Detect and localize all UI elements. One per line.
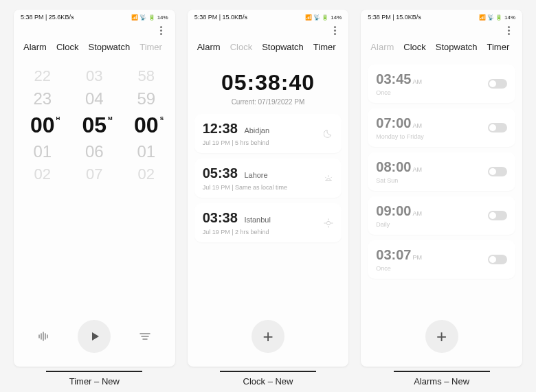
tab-bar: Alarm Clock Stopwatch Timer	[361, 38, 522, 59]
tab-stopwatch[interactable]: Stopwatch	[88, 42, 130, 52]
status-bar: 5:38 PM | 15.0KB/s 📶 📡 🔋 14%	[361, 10, 522, 25]
alarm-toggle[interactable]	[488, 211, 507, 220]
overflow-menu[interactable]	[504, 26, 513, 35]
status-icons: 📶 📡 🔋 14%	[305, 14, 342, 21]
minutes-wheel[interactable]: 03 04 05M 06 07	[70, 67, 118, 310]
status-bar: 5:38 PM | 15.0KB/s 📶 📡 🔋 14%	[188, 10, 349, 25]
overflow-menu[interactable]	[157, 26, 166, 35]
status-time: 5:38 PM | 15.0KB/s	[368, 14, 421, 21]
add-alarm-button[interactable]: +	[425, 320, 458, 353]
svg-marker-5	[92, 332, 99, 341]
current-time: 05:38:40 Current: 07/19/2022 PM	[188, 59, 349, 108]
caption-timer: Timer – New	[46, 371, 142, 387]
city-row[interactable]: 05:38 Lahore Jul 19 PM | Same as local t…	[194, 159, 342, 198]
status-time: 5:38 PM | 15.0KB/s	[194, 14, 247, 21]
caption-alarm: Alarms – New	[394, 371, 490, 387]
alarm-list: 03:45AMOnce 07:00AMMonday to Friday 08:0…	[361, 59, 522, 320]
moon-icon	[324, 129, 333, 139]
tab-timer[interactable]: Timer	[487, 42, 510, 52]
alarm-row[interactable]: 03:45AMOnce	[368, 65, 515, 103]
alarm-row[interactable]: 08:00AMSat Sun	[368, 152, 515, 191]
sound-button[interactable]	[31, 323, 57, 349]
tab-alarm[interactable]: Alarm	[197, 42, 221, 52]
tab-clock[interactable]: Clock	[230, 42, 253, 52]
sun-icon	[324, 218, 333, 228]
sunset-icon	[324, 174, 333, 183]
status-icons: 📶 📡 🔋 14%	[479, 14, 515, 21]
alarm-toggle[interactable]	[488, 167, 507, 176]
world-clock-list: 12:38 Abidjan Jul 19 PM | 5 hrs behind 0…	[188, 108, 349, 320]
alarm-toggle[interactable]	[488, 255, 507, 264]
status-bar: 5:38 PM | 25.6KB/s 📶 📡 🔋 14%	[14, 10, 175, 25]
alarm-row[interactable]: 03:07PMOnce	[368, 240, 515, 279]
city-row[interactable]: 03:38 Istanbul Jul 19 PM | 2 hrs behind	[194, 203, 342, 242]
tab-stopwatch[interactable]: Stopwatch	[436, 42, 478, 52]
tab-clock[interactable]: Clock	[56, 42, 79, 52]
tab-clock[interactable]: Clock	[403, 42, 426, 52]
tab-timer[interactable]: Timer	[313, 42, 336, 52]
phone-alarm: 5:38 PM | 15.0KB/s 📶 📡 🔋 14% Alarm Clock…	[361, 10, 522, 367]
alarm-row[interactable]: 07:00AMMonday to Friday	[368, 108, 515, 147]
presets-button[interactable]	[132, 323, 158, 349]
tab-timer[interactable]: Timer	[139, 42, 162, 52]
status-icons: 📶 📡 🔋 14%	[131, 14, 168, 21]
tab-bar: Alarm Clock Stopwatch Timer	[14, 38, 175, 59]
phone-timer: 5:38 PM | 25.6KB/s 📶 📡 🔋 14% Alarm Clock…	[14, 10, 175, 367]
svg-point-9	[327, 221, 331, 224]
caption-clock: Clock – New	[220, 371, 316, 387]
phone-clock: 5:38 PM | 15.0KB/s 📶 📡 🔋 14% Alarm Clock…	[188, 10, 349, 367]
tab-alarm[interactable]: Alarm	[370, 42, 394, 52]
start-button[interactable]	[78, 320, 111, 353]
tab-alarm[interactable]: Alarm	[23, 42, 47, 52]
alarm-toggle[interactable]	[488, 79, 507, 89]
city-row[interactable]: 12:38 Abidjan Jul 19 PM | 5 hrs behind	[194, 114, 342, 153]
seconds-wheel[interactable]: 58 59 00S 01 02	[122, 67, 170, 310]
timer-picker[interactable]: 22 23 00H 01 02 03 04 05M 06 07 58 59 00…	[14, 59, 175, 310]
add-city-button[interactable]: +	[252, 320, 284, 353]
status-time: 5:38 PM | 25.6KB/s	[21, 14, 74, 21]
tab-bar: Alarm Clock Stopwatch Timer	[188, 38, 349, 59]
alarm-row[interactable]: 09:00AMDaily	[368, 196, 515, 235]
alarm-toggle[interactable]	[488, 123, 507, 132]
overflow-menu[interactable]	[331, 26, 339, 35]
hours-wheel[interactable]: 22 23 00H 01 02	[19, 67, 67, 310]
tab-stopwatch[interactable]: Stopwatch	[262, 42, 304, 52]
